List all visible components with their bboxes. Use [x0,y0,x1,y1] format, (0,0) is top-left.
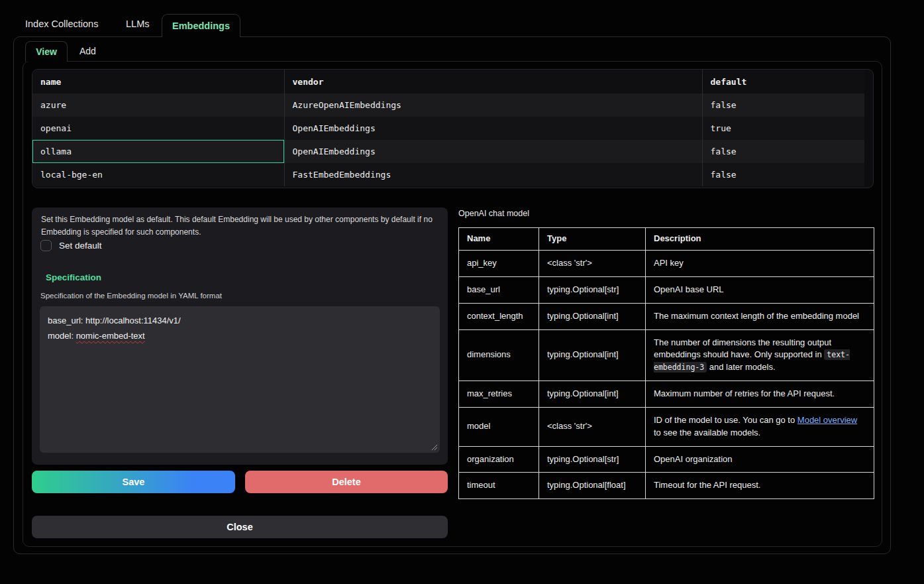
cell-default[interactable]: true [702,117,864,140]
cell-name[interactable]: openai [32,117,284,140]
yaml-line-1: base_url: http://localhost:11434/v1/ [48,314,432,329]
cell-name[interactable]: ollama [32,140,284,163]
yaml-line-2: model: nomic-embed-text [48,329,432,344]
schema-column-type: Type [539,228,646,251]
schema-cell-type: typing.Optional[str] [539,446,646,473]
tab-index-collections[interactable]: Index Collections [25,19,98,29]
column-header-name: name [32,70,284,93]
schema-cell-description: The number of dimensions the resulting o… [646,329,874,381]
table-row: ollamaOpenAIEmbeddingsfalse [32,140,864,163]
specification-heading: Specification [46,272,101,282]
tab-embeddings[interactable]: Embeddings [162,14,240,37]
resize-grip-icon[interactable] [430,443,438,451]
schema-row: timeouttyping.Optional[float]Timeout for… [459,473,874,499]
misspelled-word: nomic-embed-text [76,331,145,341]
table-row: local-bge-enFastEmbedEmbeddingsfalse [32,163,864,186]
tab-llms[interactable]: LLMs [126,19,149,29]
schema-cell-name: dimensions [459,329,539,381]
yaml-editor[interactable]: base_url: http://localhost:11434/v1/ mod… [40,306,440,453]
schema-title: OpenAI chat model [458,209,529,218]
tab-add[interactable]: Add [79,46,96,56]
set-default-label: Set default [59,241,102,251]
cell-vendor[interactable]: FastEmbedEmbeddings [284,163,702,186]
table-header-row: name vendor default [32,70,864,93]
table-row: openaiOpenAIEmbeddingstrue [32,117,864,140]
cell-default[interactable]: false [702,163,864,186]
schema-cell-type: typing.Optional[float] [539,473,646,499]
schema-cell-type: <class 'str'> [539,251,646,277]
schema-row: max_retriestyping.Optional[int]Maximum n… [459,381,874,408]
schema-row: base_urltyping.Optional[str]OpenAI base … [459,276,874,303]
schema-cell-name: timeout [459,473,539,499]
column-header-default: default [702,70,864,93]
model-overview-link[interactable]: Model overview [797,415,857,425]
tab-view-label: View [36,46,57,57]
embeddings-table: name vendor default azureAzureOpenAIEmbe… [32,69,874,188]
column-header-vendor: vendor [284,70,702,93]
cell-name[interactable]: azure [32,93,284,117]
schema-cell-type: typing.Optional[int] [539,329,646,381]
tab-view[interactable]: View [25,41,68,62]
schema-cell-description: The maximum context length of the embedd… [646,303,874,329]
schema-cell-name: max_retries [459,381,539,408]
schema-row: dimensionstyping.Optional[int]The number… [459,329,874,381]
schema-cell-name: model [459,407,539,446]
schema-row: organizationtyping.Optional[str]OpenAI o… [459,446,874,473]
schema-table: Name Type Description api_key<class 'str… [458,227,874,499]
embedding-detail-panel: Set this Embedding model as default. Thi… [32,207,448,465]
schema-row: model<class 'str'>ID of the model to use… [459,407,874,446]
specification-caption: Specification of the Embedding model in … [40,292,222,300]
schema-cell-description: ID of the model to use. You can go to Mo… [646,407,874,446]
schema-cell-type: typing.Optional[str] [539,276,646,303]
schema-row: context_lengthtyping.Optional[int]The ma… [459,303,874,329]
schema-cell-name: organization [459,446,539,473]
set-default-row: Set default [40,240,102,251]
schema-row: api_key<class 'str'>API key [459,251,874,277]
cell-vendor[interactable]: AzureOpenAIEmbeddings [284,93,702,117]
schema-cell-type: typing.Optional[int] [539,303,646,329]
schema-cell-type: <class 'str'> [539,407,646,446]
schema-cell-description: Maximum number of retries for the API re… [646,381,874,408]
schema-cell-description: Timeout for the API request. [646,473,874,499]
schema-cell-type: typing.Optional[int] [539,381,646,408]
cell-default[interactable]: false [702,93,864,117]
save-button[interactable]: Save [32,471,235,493]
delete-button[interactable]: Delete [245,471,448,493]
set-default-description: Set this Embedding model as default. Thi… [41,213,438,238]
tab-embeddings-label: Embeddings [172,21,230,31]
schema-cell-name: context_length [459,303,539,329]
schema-header-row: Name Type Description [459,228,874,251]
schema-column-description: Description [646,228,874,251]
schema-column-name: Name [459,228,539,251]
table-row: azureAzureOpenAIEmbeddingsfalse [32,93,864,117]
schema-cell-description: API key [646,251,874,277]
cell-vendor[interactable]: OpenAIEmbeddings [284,140,702,163]
close-button[interactable]: Close [32,516,448,538]
schema-cell-description: OpenAI base URL [646,276,874,303]
set-default-checkbox[interactable] [40,240,52,251]
schema-cell-name: api_key [459,251,539,277]
app-root: Index Collections LLMs Embeddings View A… [0,0,924,584]
schema-cell-description: OpenAI organization [646,446,874,473]
cell-vendor[interactable]: OpenAIEmbeddings [284,117,702,140]
cell-name[interactable]: local-bge-en [32,163,284,186]
cell-default[interactable]: false [702,140,864,163]
schema-cell-name: base_url [459,276,539,303]
inline-code: text-embedding-3 [654,349,850,373]
